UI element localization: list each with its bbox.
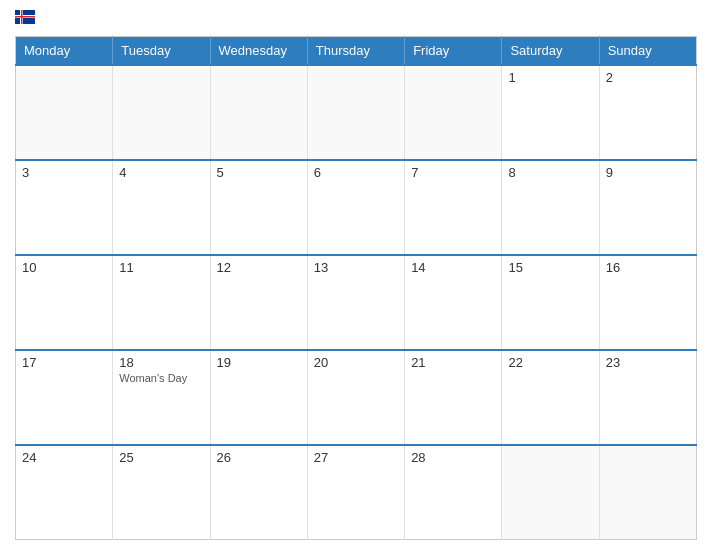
svg-rect-4 — [15, 16, 35, 18]
calendar-cell: 18Woman's Day — [113, 350, 210, 445]
day-header-sunday: Sunday — [599, 37, 696, 66]
day-number: 11 — [119, 260, 203, 275]
calendar-cell: 15 — [502, 255, 599, 350]
calendar-week-row: 3456789 — [16, 160, 697, 255]
day-header-tuesday: Tuesday — [113, 37, 210, 66]
day-number: 8 — [508, 165, 592, 180]
holiday-label: Woman's Day — [119, 372, 203, 384]
calendar-cell: 20 — [307, 350, 404, 445]
day-number: 21 — [411, 355, 495, 370]
calendar-cell: 11 — [113, 255, 210, 350]
calendar-cell: 6 — [307, 160, 404, 255]
calendar-cell: 10 — [16, 255, 113, 350]
calendar-cell: 8 — [502, 160, 599, 255]
calendar-cell: 7 — [405, 160, 502, 255]
day-number: 2 — [606, 70, 690, 85]
day-header-monday: Monday — [16, 37, 113, 66]
day-number: 23 — [606, 355, 690, 370]
day-number: 14 — [411, 260, 495, 275]
logo-flag-icon — [15, 10, 35, 24]
calendar-week-row: 12 — [16, 65, 697, 160]
day-header-saturday: Saturday — [502, 37, 599, 66]
calendar-cell — [210, 65, 307, 160]
day-number: 17 — [22, 355, 106, 370]
calendar-cell: 23 — [599, 350, 696, 445]
day-number: 13 — [314, 260, 398, 275]
calendar-cell: 28 — [405, 445, 502, 540]
calendar-cell: 14 — [405, 255, 502, 350]
day-number: 3 — [22, 165, 106, 180]
calendar-cell: 21 — [405, 350, 502, 445]
calendar-cell: 16 — [599, 255, 696, 350]
calendar-cell — [502, 445, 599, 540]
calendar-week-row: 1718Woman's Day1920212223 — [16, 350, 697, 445]
day-number: 18 — [119, 355, 203, 370]
calendar-cell: 24 — [16, 445, 113, 540]
calendar-cell: 22 — [502, 350, 599, 445]
calendar-cell — [599, 445, 696, 540]
calendar-cell: 9 — [599, 160, 696, 255]
calendar-page: MondayTuesdayWednesdayThursdayFridaySatu… — [0, 0, 712, 550]
calendar-cell: 2 — [599, 65, 696, 160]
day-header-friday: Friday — [405, 37, 502, 66]
calendar-cell: 3 — [16, 160, 113, 255]
day-number: 7 — [411, 165, 495, 180]
calendar-table: MondayTuesdayWednesdayThursdayFridaySatu… — [15, 36, 697, 540]
calendar-cell: 25 — [113, 445, 210, 540]
day-number: 27 — [314, 450, 398, 465]
day-number: 5 — [217, 165, 301, 180]
calendar-cell: 17 — [16, 350, 113, 445]
day-number: 4 — [119, 165, 203, 180]
calendar-cell: 19 — [210, 350, 307, 445]
day-number: 22 — [508, 355, 592, 370]
calendar-week-row: 2425262728 — [16, 445, 697, 540]
day-number: 10 — [22, 260, 106, 275]
day-header-wednesday: Wednesday — [210, 37, 307, 66]
day-number: 24 — [22, 450, 106, 465]
day-header-thursday: Thursday — [307, 37, 404, 66]
logo-general — [15, 10, 35, 28]
logo-text — [15, 10, 35, 28]
day-number: 15 — [508, 260, 592, 275]
calendar-cell: 5 — [210, 160, 307, 255]
calendar-header-row: MondayTuesdayWednesdayThursdayFridaySatu… — [16, 37, 697, 66]
calendar-cell: 27 — [307, 445, 404, 540]
day-number: 19 — [217, 355, 301, 370]
day-number: 26 — [217, 450, 301, 465]
day-number: 25 — [119, 450, 203, 465]
calendar-week-row: 10111213141516 — [16, 255, 697, 350]
calendar-cell: 26 — [210, 445, 307, 540]
calendar-cell — [16, 65, 113, 160]
calendar-cell — [307, 65, 404, 160]
day-number: 12 — [217, 260, 301, 275]
header — [15, 10, 697, 28]
day-number: 28 — [411, 450, 495, 465]
calendar-cell — [405, 65, 502, 160]
day-number: 9 — [606, 165, 690, 180]
calendar-cell: 13 — [307, 255, 404, 350]
day-number: 16 — [606, 260, 690, 275]
calendar-cell — [113, 65, 210, 160]
calendar-cell: 1 — [502, 65, 599, 160]
day-number: 20 — [314, 355, 398, 370]
day-number: 1 — [508, 70, 592, 85]
calendar-cell: 12 — [210, 255, 307, 350]
calendar-cell: 4 — [113, 160, 210, 255]
logo — [15, 10, 35, 28]
day-number: 6 — [314, 165, 398, 180]
